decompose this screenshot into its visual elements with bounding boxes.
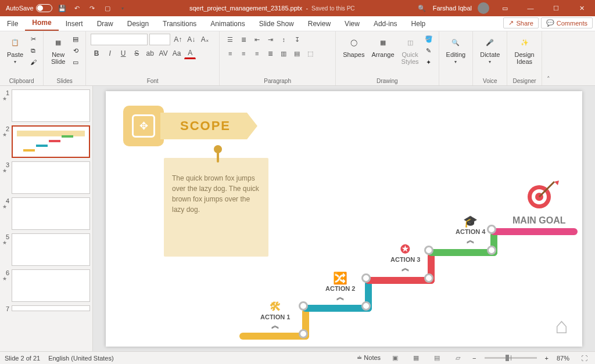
chevron-up-icon: ︽ — [336, 292, 345, 301]
text-shadow-button[interactable]: ab — [144, 48, 156, 59]
tab-file[interactable]: File — [0, 17, 25, 31]
shape-effects-icon[interactable]: ✦ — [424, 57, 434, 67]
undo-icon[interactable]: ↶ — [72, 3, 83, 13]
scope-banner[interactable]: ✥ SCOPE — [123, 106, 247, 146]
minimize-button[interactable]: — — [521, 0, 540, 16]
thumbnail-7[interactable]: 7 — [2, 305, 90, 312]
autosave-toggle[interactable]: AutoSave — [6, 4, 52, 12]
align-center-icon[interactable]: ≡ — [238, 48, 249, 59]
dictate-button[interactable]: 🎤Dictate▾ — [478, 34, 502, 66]
text-direction-icon[interactable]: ↧ — [291, 34, 303, 45]
tab-help[interactable]: Help — [404, 17, 433, 31]
drawing-label: Drawing — [340, 77, 433, 84]
thumbnail-2[interactable]: 2★ — [2, 125, 90, 158]
fit-to-window-icon[interactable]: ⛶ — [578, 353, 590, 363]
thumbnail-4[interactable]: 4★ — [2, 197, 90, 230]
action-2-label: ACTION 2 — [325, 285, 355, 292]
close-button[interactable]: ✕ — [572, 0, 592, 16]
avatar[interactable] — [478, 2, 489, 14]
clear-formatting-icon[interactable]: Aₓ — [199, 34, 210, 45]
tab-slide-show[interactable]: Slide Show — [252, 17, 301, 31]
tab-design[interactable]: Design — [120, 17, 156, 31]
font-family-selector[interactable] — [91, 34, 148, 45]
font-size-selector[interactable] — [149, 34, 170, 45]
line-spacing-icon[interactable]: ↕ — [278, 34, 289, 45]
copy-icon[interactable]: ⧉ — [28, 45, 38, 56]
sorter-view-icon[interactable]: ▦ — [410, 353, 422, 363]
zoom-in-button[interactable]: + — [545, 355, 549, 362]
smartart-icon[interactable]: ⬚ — [304, 48, 316, 59]
arrange-button[interactable]: ▦Arrange — [369, 34, 396, 59]
decrease-indent-icon[interactable]: ⇤ — [251, 34, 263, 45]
italic-button[interactable]: I — [104, 48, 116, 59]
shape-fill-icon[interactable]: 🪣 — [424, 34, 434, 44]
start-from-beginning-icon[interactable]: ▢ — [102, 3, 113, 13]
share-button[interactable]: ↗Share — [503, 17, 538, 28]
collapse-ribbon-icon[interactable]: ˄ — [542, 31, 555, 85]
notes-button[interactable]: ≐ Notes — [357, 354, 381, 362]
slideshow-view-icon[interactable]: ▱ — [451, 353, 464, 363]
save-status: Saved to this PC — [311, 5, 354, 12]
zoom-level[interactable]: 87% — [557, 355, 569, 362]
steps-diagram[interactable]: 🛠 ACTION 1 ︽ 🔀 ACTION 2 ︽ ✪ ACTION 3 ︽ — [239, 196, 571, 335]
format-painter-icon[interactable]: 🖌 — [28, 57, 38, 67]
layout-icon[interactable]: ▤ — [70, 34, 81, 44]
cut-icon[interactable]: ✂ — [28, 34, 38, 44]
zoom-out-button[interactable]: − — [472, 355, 476, 362]
align-right-icon[interactable]: ≡ — [251, 48, 263, 59]
language-status[interactable]: English (United States) — [48, 355, 114, 362]
tab-home[interactable]: Home — [25, 16, 58, 31]
save-icon[interactable]: 💾 — [57, 3, 67, 13]
scope-hex-icon: ✥ — [123, 106, 164, 146]
tab-add-ins[interactable]: Add-ins — [367, 17, 404, 31]
shapes-button[interactable]: ◯Shapes — [340, 34, 367, 59]
tab-view[interactable]: View — [338, 17, 367, 31]
search-icon[interactable]: 🔍 — [417, 3, 427, 13]
character-spacing-button[interactable]: AV — [157, 48, 169, 59]
thumbnail-3[interactable]: 3★ — [2, 161, 90, 194]
increase-font-icon[interactable]: A↑ — [172, 34, 184, 45]
home-icon[interactable]: ⌂ — [555, 313, 568, 338]
shape-outline-icon[interactable]: ✎ — [424, 45, 434, 56]
justify-icon[interactable]: ≣ — [264, 48, 276, 59]
ribbon-display-options-icon[interactable]: ▭ — [495, 0, 515, 16]
columns-icon[interactable]: ▥ — [278, 48, 289, 59]
qat-dropdown-icon[interactable]: ▾ — [117, 3, 128, 13]
thumbnail-5[interactable]: 5★ — [2, 233, 90, 266]
quick-styles-button[interactable]: ◫Quick Styles — [399, 34, 421, 66]
zoom-slider[interactable] — [485, 357, 537, 359]
increase-indent-icon[interactable]: ⇥ — [264, 34, 276, 45]
slide-thumbnails-panel[interactable]: 1★ 2★ 3★ 4★ 5★ 6★ 7 — [0, 86, 93, 351]
decrease-font-icon[interactable]: A↓ — [185, 34, 197, 45]
tab-draw[interactable]: Draw — [90, 17, 120, 31]
maximize-button[interactable]: ☐ — [546, 0, 566, 16]
font-color-button[interactable]: A — [184, 48, 196, 59]
redo-icon[interactable]: ↷ — [87, 3, 98, 13]
comments-button[interactable]: 💬Comments — [541, 17, 593, 28]
normal-view-icon[interactable]: ▣ — [389, 353, 402, 363]
slide-canvas[interactable]: ✥ SCOPE The quick brown fox jumps over t… — [93, 86, 595, 351]
thumbnail-6[interactable]: 6★ — [2, 269, 90, 302]
tab-insert[interactable]: Insert — [59, 17, 90, 31]
new-slide-button[interactable]: ▦ New Slide — [48, 34, 68, 66]
bullets-icon[interactable]: ☰ — [224, 34, 236, 45]
numbering-icon[interactable]: ≣ — [238, 34, 249, 45]
reading-view-icon[interactable]: ▤ — [431, 353, 443, 363]
align-text-icon[interactable]: ▤ — [291, 48, 303, 59]
design-ideas-button[interactable]: ✨Design Ideas — [512, 34, 536, 66]
editing-button[interactable]: 🔍Editing▾ — [444, 34, 468, 66]
strikethrough-button[interactable]: S — [131, 48, 142, 59]
slide[interactable]: ✥ SCOPE The quick brown fox jumps over t… — [106, 91, 582, 347]
reset-icon[interactable]: ⟲ — [70, 45, 81, 56]
tab-animations[interactable]: Animations — [203, 17, 252, 31]
underline-button[interactable]: U — [117, 48, 129, 59]
tab-review[interactable]: Review — [301, 17, 338, 31]
align-left-icon[interactable]: ≡ — [224, 48, 236, 59]
bold-button[interactable]: B — [91, 48, 102, 59]
tab-transitions[interactable]: Transitions — [156, 17, 203, 31]
new-slide-icon: ▦ — [51, 35, 66, 50]
change-case-button[interactable]: Aa — [171, 48, 182, 59]
paste-button[interactable]: 📋 Paste ▾ — [5, 34, 26, 66]
thumbnail-1[interactable]: 1★ — [2, 89, 90, 122]
section-icon[interactable]: ▭ — [70, 57, 81, 67]
